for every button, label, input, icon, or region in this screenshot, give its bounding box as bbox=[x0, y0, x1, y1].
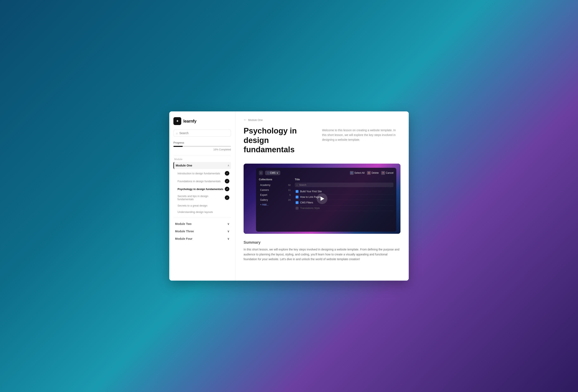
module-two-label: Module Two bbox=[175, 222, 192, 225]
lesson-item-psychology[interactable]: Psychology in design fundamentals ✓ bbox=[173, 185, 231, 193]
app-container: ✦ learnfy ⌕ Progress 16% Completed Modul… bbox=[169, 111, 409, 281]
lesson-item-foundations[interactable]: Foundations in design fundamentals ✓ bbox=[173, 177, 231, 185]
cms-select-all[interactable]: ☑ Select All bbox=[350, 171, 365, 175]
module-section-label: Module bbox=[173, 158, 231, 161]
chevron-down-icon: ∨ bbox=[227, 237, 229, 240]
collection-academy[interactable]: Academy 50 bbox=[259, 183, 292, 187]
cms-chevron-icon: ∨ bbox=[276, 172, 278, 174]
checkbox-icon: ✓ bbox=[296, 190, 298, 193]
chevron-down-icon: ∨ bbox=[227, 230, 229, 233]
chevron-up-icon: ∧ bbox=[228, 164, 229, 167]
sidebar-item-module-one[interactable]: Module One ∧ bbox=[173, 162, 231, 169]
collection-name: Expert bbox=[260, 194, 267, 196]
collection-count: 5 bbox=[289, 194, 291, 196]
lesson-check-icon: ✓ bbox=[225, 179, 229, 183]
progress-section: Progress 16% Completed bbox=[173, 141, 231, 151]
select-all-icon: ☑ bbox=[350, 171, 354, 175]
cms-search-icon: ⌕ bbox=[296, 184, 298, 186]
lesson-title: Psychology in design fundamentals bbox=[243, 126, 314, 155]
lesson-item-layouts[interactable]: Understanding design layouts bbox=[173, 209, 231, 215]
cms-add-button[interactable]: + Add... bbox=[259, 202, 292, 207]
sidebar-item-module-four[interactable]: Module Four ∨ bbox=[173, 235, 231, 242]
progress-label: Progress bbox=[173, 141, 231, 144]
cms-item-translations[interactable]: Translations Style bbox=[295, 206, 393, 211]
cancel-icon: ✕ bbox=[381, 171, 385, 175]
lesson-label: Secrets and tips in design fundamentals bbox=[178, 195, 225, 201]
lesson-header: Psychology in design fundamentals Welcom… bbox=[243, 126, 400, 159]
sidebar: ✦ learnfy ⌕ Progress 16% Completed Modul… bbox=[169, 111, 235, 281]
cms-item-filters[interactable]: ✓ CMS Filters bbox=[295, 200, 393, 206]
checkbox-icon: ✓ bbox=[296, 201, 298, 204]
module-four-label: Module Four bbox=[175, 237, 193, 240]
breadcrumb[interactable]: ← Module One bbox=[243, 118, 400, 122]
collection-name: Careers bbox=[260, 189, 269, 191]
search-box[interactable]: ⌕ bbox=[173, 130, 231, 136]
app-logo-icon: ✦ bbox=[173, 117, 181, 125]
progress-percent-text: 16% Completed bbox=[173, 148, 231, 151]
delete-icon: ⊟ bbox=[367, 171, 371, 175]
search-icon: ⌕ bbox=[176, 131, 178, 135]
lesson-item-intro[interactable]: Introduction to design fundamentals ✓ bbox=[173, 169, 231, 177]
cms-badge-label: CMS bbox=[270, 172, 276, 174]
item-label: CMS Filters bbox=[300, 201, 313, 204]
main-content: ← Module One Psychology in design fundam… bbox=[235, 111, 409, 281]
select-all-label: Select All bbox=[354, 172, 365, 174]
lesson-label: Understanding design layouts bbox=[178, 211, 213, 214]
lesson-label: Secrets to a great design bbox=[178, 204, 207, 207]
app-name: learnfy bbox=[183, 119, 196, 124]
play-button[interactable] bbox=[317, 193, 327, 204]
cms-toolbar-actions: ☑ Select All ⊟ Delete ✕ Cancel bbox=[350, 171, 393, 175]
lesson-check-icon: ✓ bbox=[225, 195, 229, 200]
collection-count: 24 bbox=[288, 199, 291, 201]
item-label: Translations Style bbox=[300, 207, 320, 210]
cms-collections-panel: Collections Academy 50 Careers 11 Expert bbox=[259, 178, 292, 211]
sidebar-item-module-three[interactable]: Module Three ∨ bbox=[173, 228, 231, 235]
search-input[interactable] bbox=[179, 131, 228, 135]
cms-search-placeholder: Search bbox=[299, 184, 306, 186]
lesson-label: Psychology in design fundamentals bbox=[178, 187, 223, 191]
lesson-description: Welcome to this lesson on creating a web… bbox=[322, 126, 400, 142]
collection-careers[interactable]: Careers 11 bbox=[259, 187, 292, 192]
summary-title: Summary bbox=[243, 240, 400, 245]
summary-text: In this short lesson, we will explore th… bbox=[243, 247, 400, 262]
cms-item-link[interactable]: ✓ How to Link Pages bbox=[295, 194, 393, 200]
cms-search-row[interactable]: ⌕ Search bbox=[295, 183, 393, 187]
lesson-item-secrets-great[interactable]: Secrets to a great design bbox=[173, 202, 231, 209]
cms-cancel[interactable]: ✕ Cancel bbox=[381, 171, 393, 175]
cms-item-build[interactable]: ✓ Build Your First Site bbox=[295, 189, 393, 194]
collection-expert[interactable]: Expert 5 bbox=[259, 192, 292, 197]
cms-badge[interactable]: ⬡ CMS ∨ bbox=[265, 171, 280, 175]
collection-name: Gallery bbox=[260, 198, 268, 201]
module-three-label: Module Three bbox=[175, 230, 194, 233]
cms-items-panel: Title ⌕ Search ✓ Build Your First Site ✓ bbox=[292, 178, 393, 211]
progress-bar-track bbox=[173, 146, 231, 147]
collections-title: Collections bbox=[259, 178, 292, 181]
breadcrumb-text: Module One bbox=[248, 118, 263, 122]
back-arrow-icon: ← bbox=[243, 118, 247, 122]
collection-count: 11 bbox=[288, 189, 291, 191]
chevron-down-icon: ∨ bbox=[227, 222, 229, 225]
collection-gallery[interactable]: Gallery 24 bbox=[259, 197, 292, 202]
lesson-check-icon: ✓ bbox=[225, 187, 229, 191]
checkbox-icon: ✓ bbox=[296, 196, 298, 198]
cms-body: Collections Academy 50 Careers 11 Expert bbox=[259, 178, 393, 211]
video-background: ‹ ⬡ CMS ∨ ☑ Select All ⊟ bbox=[243, 164, 400, 234]
cancel-label: Cancel bbox=[386, 172, 393, 174]
lesson-check-icon: ✓ bbox=[225, 171, 229, 175]
item-label: Build Your First Site bbox=[300, 190, 322, 193]
progress-bar-fill bbox=[173, 146, 183, 147]
sidebar-item-module-two[interactable]: Module Two ∨ bbox=[173, 220, 231, 227]
collection-count: 50 bbox=[288, 184, 291, 186]
divider bbox=[173, 155, 231, 155]
cms-toolbar: ‹ ⬡ CMS ∨ ☑ Select All ⊟ bbox=[259, 171, 393, 175]
lesson-label: Foundations in design fundamentals bbox=[178, 180, 221, 183]
lesson-item-secrets-tips[interactable]: Secrets and tips in design fundamentals … bbox=[173, 193, 231, 202]
video-container[interactable]: ‹ ⬡ CMS ∨ ☑ Select All ⊟ bbox=[243, 164, 400, 234]
lesson-label: Introduction to design fundamentals bbox=[178, 172, 220, 175]
logo-row: ✦ learnfy bbox=[173, 117, 231, 125]
cms-title-label: Title bbox=[295, 178, 393, 181]
cms-back-button[interactable]: ‹ bbox=[259, 171, 263, 175]
module-one-label: Module One bbox=[176, 164, 192, 167]
cms-delete[interactable]: ⊟ Delete bbox=[367, 171, 379, 175]
delete-label: Delete bbox=[372, 172, 379, 174]
